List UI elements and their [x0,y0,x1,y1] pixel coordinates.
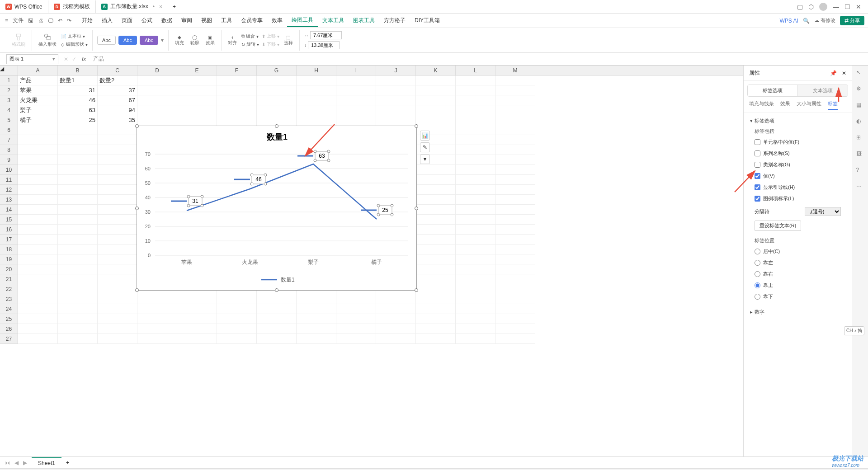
row-header[interactable]: 17 [0,235,18,244]
cell[interactable] [98,294,137,304]
close-window-icon[interactable]: ✕ [856,3,861,10]
rotate-button[interactable]: ↻ 旋转 ▾ [241,41,259,47]
check-series-name[interactable]: 系列名称(S) [750,148,845,159]
row-header[interactable]: 23 [0,294,18,304]
cell[interactable] [137,324,177,334]
cell[interactable] [416,225,456,235]
cell[interactable] [18,314,58,324]
cell[interactable] [177,75,217,85]
cell[interactable] [376,304,416,314]
menu-insert[interactable]: 插入 [97,14,117,27]
cell[interactable] [376,294,416,304]
menu-efficiency[interactable]: 效率 [267,14,287,27]
row-header[interactable]: 21 [0,274,18,284]
cell[interactable]: 31 [58,85,98,95]
check-cell-value[interactable]: 单元格中的值(F) [750,136,845,148]
insert-shape-button[interactable]: 插入形状 [37,32,58,48]
cell[interactable] [58,304,98,314]
cell[interactable]: 数量2 [98,75,137,85]
cell[interactable] [456,185,495,195]
cell[interactable] [217,85,257,95]
cell[interactable] [297,314,336,324]
cell[interactable] [336,314,376,324]
cell[interactable] [416,175,456,185]
row-header[interactable]: 22 [0,284,18,294]
cell[interactable] [137,314,177,324]
cell[interactable] [456,135,495,145]
cell[interactable] [217,324,257,334]
menu-drawing[interactable]: 绘图工具 [287,14,318,27]
more-icon[interactable]: ⋯ [856,183,864,191]
row-header[interactable]: 6 [0,125,18,135]
cell[interactable] [58,225,98,235]
col-header[interactable]: L [456,66,495,75]
cell[interactable] [18,274,58,284]
check-leader-line[interactable]: 显示引导线(H) [750,182,845,193]
cell[interactable] [495,85,535,95]
cell[interactable] [18,324,58,334]
cell[interactable] [456,314,495,324]
cell[interactable] [456,165,495,175]
cell[interactable] [495,175,535,185]
align-button[interactable]: ⫞对齐 [226,34,239,47]
cell[interactable] [495,185,535,195]
cell[interactable] [58,284,98,294]
row-header[interactable]: 16 [0,225,18,235]
cell[interactable] [217,115,257,125]
cell[interactable] [456,105,495,115]
move-down-button[interactable]: ⬇ 下移 ▾ [262,41,279,47]
cell[interactable]: 苹果 [18,85,58,95]
row-header[interactable]: 18 [0,244,18,254]
cell[interactable] [456,215,495,225]
cell[interactable] [416,205,456,215]
cell[interactable] [177,294,217,304]
col-header[interactable]: F [217,66,257,75]
props-tab-label[interactable]: 标签选项 [748,85,798,96]
cell[interactable] [18,175,58,185]
cell[interactable] [376,314,416,324]
cell[interactable] [456,244,495,254]
cell[interactable] [416,85,456,95]
cell[interactable] [98,274,137,284]
cell[interactable] [456,235,495,244]
cell[interactable] [257,324,297,334]
col-header[interactable]: A [18,66,58,75]
cell[interactable] [58,264,98,274]
nav-first-icon[interactable]: ⏮ [5,460,10,466]
menu-data[interactable]: 数据 [157,14,177,27]
row-header[interactable]: 14 [0,205,18,215]
format-brush-button[interactable]: 格式刷 [10,32,27,48]
cell[interactable] [456,324,495,334]
cell[interactable] [456,284,495,294]
cell[interactable] [376,85,416,95]
cell[interactable] [456,175,495,185]
cell[interactable] [495,135,535,145]
menu-icon[interactable]: ≡ [4,16,9,25]
cell[interactable] [456,274,495,284]
wps-ai-button[interactable]: WPS AI [780,18,798,24]
row-header[interactable]: 10 [0,165,18,175]
chart-filter-icon[interactable]: ▾ [420,154,430,164]
cell[interactable] [18,284,58,294]
fx-label[interactable]: fx [78,56,90,62]
settings-icon[interactable]: ⚙ [856,85,864,94]
menu-text[interactable]: 文本工具 [318,14,349,27]
cell[interactable] [456,264,495,274]
select-button[interactable]: ⬚选择 [282,34,295,47]
menu-diy[interactable]: DIY工具箱 [410,14,444,27]
row-header[interactable]: 12 [0,185,18,195]
search-icon[interactable]: 🔍 [803,18,810,24]
cell[interactable] [495,304,535,314]
outline-button[interactable]: ◯轮廓 [189,34,201,47]
window-icon[interactable]: ▢ [797,3,803,10]
effect-button[interactable]: ▣效果 [204,34,217,47]
cell[interactable] [257,95,297,105]
cell[interactable] [18,195,58,205]
cell[interactable] [416,95,456,105]
subtab-fill[interactable]: 填充与线条 [749,100,774,110]
cell[interactable] [376,115,416,125]
nav-next-icon[interactable]: ▶ [23,460,27,466]
sheet-tab[interactable]: Sheet1 [32,457,61,468]
file-menu[interactable]: 文件 [11,15,25,26]
cell[interactable]: 梨子 [18,105,58,115]
